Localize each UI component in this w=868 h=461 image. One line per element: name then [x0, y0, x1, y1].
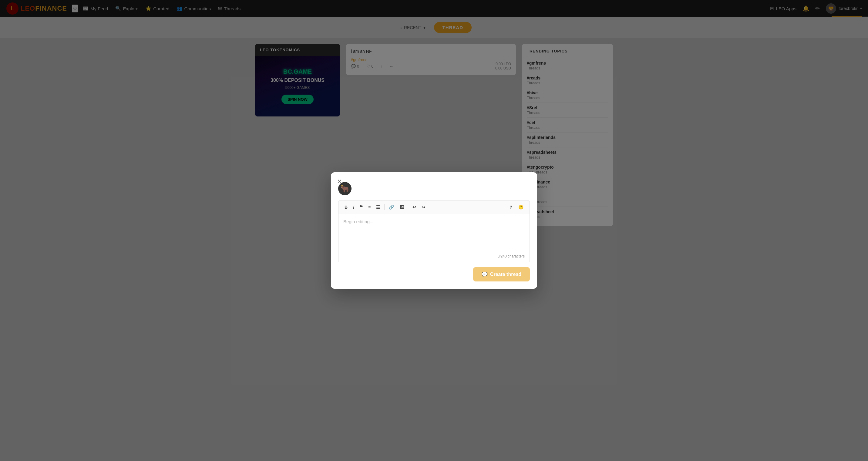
redo-button[interactable]: ↪ [419, 204, 428, 211]
editor-placeholder: Begin editing... [343, 219, 525, 224]
unordered-list-button[interactable]: ☰ [374, 204, 382, 211]
chat-bubble-icon: 💬 [482, 272, 488, 277]
bold-button[interactable]: B [342, 204, 350, 211]
toolbar-right: ? 🙂 [507, 204, 526, 211]
toolbar-separator [384, 204, 384, 210]
italic-button[interactable]: I [350, 204, 356, 211]
create-thread-button[interactable]: 💬 Create thread [473, 267, 530, 281]
ordered-list-button[interactable]: ≡ [366, 204, 373, 211]
help-button[interactable]: ? [507, 204, 515, 211]
create-thread-modal: ✕ 🐂 B I ❝ ≡ ☰ 🔗 🖼 ↩ ↪ ? 🙂 Begin [331, 172, 537, 289]
link-button[interactable]: 🔗 [386, 204, 396, 211]
modal-overlay[interactable]: ✕ 🐂 B I ❝ ≡ ☰ 🔗 🖼 ↩ ↪ ? 🙂 Begin [0, 0, 868, 461]
editor-toolbar: B I ❝ ≡ ☰ 🔗 🖼 ↩ ↪ ? 🙂 [338, 200, 530, 214]
char-count: 0/240 characters [498, 254, 525, 258]
image-button[interactable]: 🖼 [397, 204, 406, 211]
modal-footer: 💬 Create thread [338, 262, 530, 281]
undo-button[interactable]: ↩ [410, 204, 418, 211]
quote-button[interactable]: ❝ [357, 203, 365, 211]
modal-close-button[interactable]: ✕ [337, 178, 342, 184]
editor-area[interactable]: Begin editing... 0/240 characters [338, 214, 530, 262]
emoji-button[interactable]: 🙂 [516, 204, 526, 211]
